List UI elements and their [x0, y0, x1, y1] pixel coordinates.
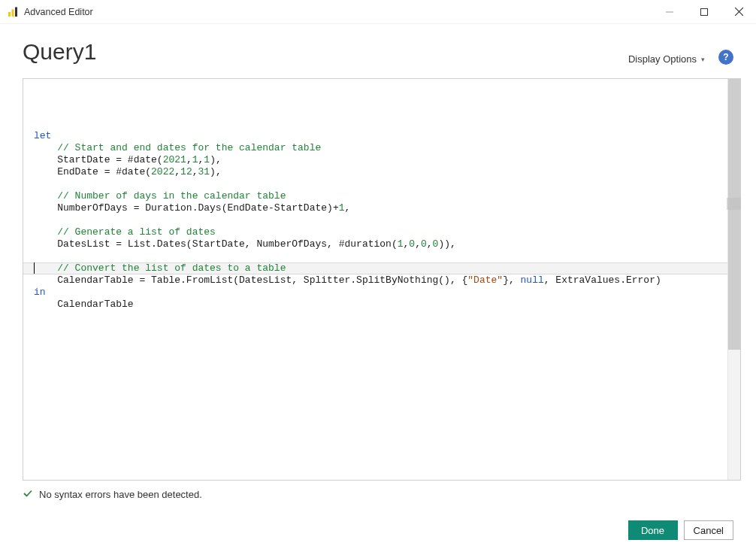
header: Query1 Display Options ▾ ? [0, 24, 756, 71]
status-message: No syntax errors have been detected. [39, 489, 202, 500]
code-line [34, 250, 723, 262]
code-line: CalendarTable = Table.FromList(DatesList… [34, 274, 723, 287]
scrollbar-thumb[interactable] [728, 79, 740, 350]
app-icon [8, 7, 18, 17]
svg-rect-2 [15, 7, 17, 17]
svg-rect-1 [12, 9, 14, 17]
code-line: // Start and end dates for the calendar … [34, 142, 723, 154]
code-line: // Convert the list of dates to a table [34, 262, 723, 274]
footer-buttons: Done Cancel [628, 520, 733, 540]
minimize-button[interactable] [652, 0, 687, 24]
code-line: EndDate = #date(2022,12,31), [34, 166, 723, 178]
display-options-label: Display Options [628, 53, 697, 65]
code-line: in [34, 287, 723, 299]
cancel-button[interactable]: Cancel [684, 520, 733, 540]
done-button[interactable]: Done [628, 520, 678, 540]
help-icon[interactable]: ? [718, 50, 733, 65]
text-caret [34, 262, 35, 274]
svg-rect-0 [8, 12, 11, 17]
code-line: // Number of days in the calendar table [34, 190, 723, 202]
code-line: let [34, 130, 723, 142]
code-line [34, 178, 723, 190]
svg-rect-4 [701, 8, 708, 15]
code-editor[interactable]: let // Start and end dates for the calen… [23, 78, 741, 481]
code-line: CalendarTable [34, 299, 723, 311]
code-line: // Generate a list of dates [34, 226, 723, 238]
chevron-down-icon: ▾ [701, 56, 705, 63]
close-button[interactable] [721, 0, 756, 24]
code-line [34, 214, 723, 226]
window-title: Advanced Editor [24, 7, 93, 17]
maximize-button[interactable] [687, 0, 721, 24]
display-options-dropdown[interactable]: Display Options ▾ [628, 53, 705, 65]
status-bar: No syntax errors have been detected. [0, 481, 756, 501]
title-bar: Advanced Editor [0, 0, 756, 24]
code-line: StartDate = #date(2021,1,1), [34, 154, 723, 166]
code-line: DatesList = List.Dates(StartDate, Number… [34, 238, 723, 250]
code-line: NumberOfDays = Duration.Days(EndDate-Sta… [34, 202, 723, 214]
scrollbar-marker [727, 198, 741, 210]
vertical-scrollbar[interactable] [727, 79, 740, 480]
checkmark-icon [23, 488, 33, 501]
query-name: Query1 [23, 39, 96, 65]
